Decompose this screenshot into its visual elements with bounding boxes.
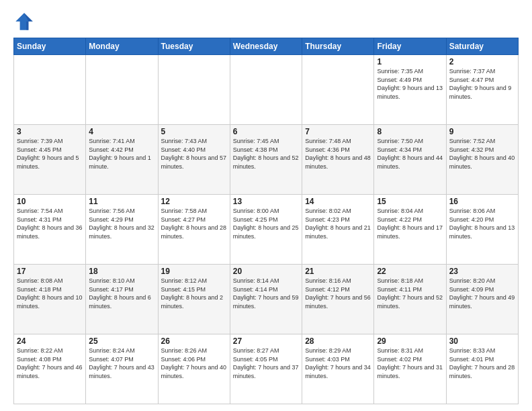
day-cell: 21Sunrise: 8:16 AM Sunset: 4:12 PM Dayli… xyxy=(302,265,374,334)
day-number: 2 xyxy=(449,57,515,66)
day-cell: 13Sunrise: 8:00 AM Sunset: 4:25 PM Dayli… xyxy=(230,195,302,265)
week-row-2: 3Sunrise: 7:39 AM Sunset: 4:45 PM Daylig… xyxy=(14,125,519,195)
day-info: Sunrise: 7:48 AM Sunset: 4:36 PM Dayligh… xyxy=(305,137,371,171)
day-info: Sunrise: 8:08 AM Sunset: 4:18 PM Dayligh… xyxy=(17,277,83,310)
weekday-header-monday: Monday xyxy=(86,38,158,55)
day-cell: 24Sunrise: 8:22 AM Sunset: 4:08 PM Dayli… xyxy=(14,334,86,404)
weekday-header-thursday: Thursday xyxy=(302,38,374,55)
week-row-5: 24Sunrise: 8:22 AM Sunset: 4:08 PM Dayli… xyxy=(14,334,519,404)
day-info: Sunrise: 8:02 AM Sunset: 4:23 PM Dayligh… xyxy=(305,207,371,240)
day-cell xyxy=(230,55,302,125)
day-cell: 14Sunrise: 8:02 AM Sunset: 4:23 PM Dayli… xyxy=(302,195,374,265)
day-info: Sunrise: 7:37 AM Sunset: 4:47 PM Dayligh… xyxy=(449,67,515,101)
day-number: 25 xyxy=(89,336,154,346)
day-cell: 6Sunrise: 7:45 AM Sunset: 4:38 PM Daylig… xyxy=(230,125,302,195)
day-info: Sunrise: 8:18 AM Sunset: 4:11 PM Dayligh… xyxy=(377,277,443,310)
day-info: Sunrise: 7:56 AM Sunset: 4:29 PM Dayligh… xyxy=(89,207,154,240)
day-info: Sunrise: 8:10 AM Sunset: 4:17 PM Dayligh… xyxy=(89,277,154,310)
day-cell: 26Sunrise: 8:26 AM Sunset: 4:06 PM Dayli… xyxy=(158,334,230,404)
day-number: 19 xyxy=(161,267,227,276)
week-row-3: 10Sunrise: 7:54 AM Sunset: 4:31 PM Dayli… xyxy=(14,195,519,265)
day-info: Sunrise: 8:22 AM Sunset: 4:08 PM Dayligh… xyxy=(17,347,83,380)
day-cell: 23Sunrise: 8:20 AM Sunset: 4:09 PM Dayli… xyxy=(446,265,518,334)
day-cell: 29Sunrise: 8:31 AM Sunset: 4:02 PM Dayli… xyxy=(374,334,446,404)
weekday-header-friday: Friday xyxy=(374,38,446,55)
day-info: Sunrise: 8:16 AM Sunset: 4:12 PM Dayligh… xyxy=(305,277,371,310)
day-number: 26 xyxy=(161,336,227,346)
day-cell: 2Sunrise: 7:37 AM Sunset: 4:47 PM Daylig… xyxy=(446,55,518,125)
day-cell: 27Sunrise: 8:27 AM Sunset: 4:05 PM Dayli… xyxy=(230,334,302,404)
day-info: Sunrise: 7:45 AM Sunset: 4:38 PM Dayligh… xyxy=(233,137,299,171)
day-info: Sunrise: 8:26 AM Sunset: 4:06 PM Dayligh… xyxy=(161,347,227,380)
day-number: 20 xyxy=(233,267,299,276)
day-number: 13 xyxy=(233,197,299,206)
day-cell: 20Sunrise: 8:14 AM Sunset: 4:14 PM Dayli… xyxy=(230,265,302,334)
day-cell: 22Sunrise: 8:18 AM Sunset: 4:11 PM Dayli… xyxy=(374,265,446,334)
day-info: Sunrise: 8:31 AM Sunset: 4:02 PM Dayligh… xyxy=(377,347,443,380)
day-info: Sunrise: 7:54 AM Sunset: 4:31 PM Dayligh… xyxy=(17,207,83,240)
day-info: Sunrise: 8:24 AM Sunset: 4:07 PM Dayligh… xyxy=(89,347,154,380)
day-cell: 10Sunrise: 7:54 AM Sunset: 4:31 PM Dayli… xyxy=(14,195,86,265)
calendar-header: SundayMondayTuesdayWednesdayThursdayFrid… xyxy=(14,38,519,55)
day-cell: 5Sunrise: 7:43 AM Sunset: 4:40 PM Daylig… xyxy=(158,125,230,195)
weekday-header-wednesday: Wednesday xyxy=(230,38,302,55)
day-number: 11 xyxy=(89,197,154,206)
day-cell xyxy=(14,55,86,125)
day-number: 10 xyxy=(17,197,83,206)
weekday-header-saturday: Saturday xyxy=(446,38,518,55)
calendar-body: 1Sunrise: 7:35 AM Sunset: 4:49 PM Daylig… xyxy=(14,55,519,404)
day-cell: 11Sunrise: 7:56 AM Sunset: 4:29 PM Dayli… xyxy=(86,195,158,265)
day-cell: 3Sunrise: 7:39 AM Sunset: 4:45 PM Daylig… xyxy=(14,125,86,195)
day-cell: 18Sunrise: 8:10 AM Sunset: 4:17 PM Dayli… xyxy=(86,265,158,334)
day-cell: 9Sunrise: 7:52 AM Sunset: 4:32 PM Daylig… xyxy=(446,125,518,195)
day-info: Sunrise: 8:12 AM Sunset: 4:15 PM Dayligh… xyxy=(161,277,227,310)
day-info: Sunrise: 8:14 AM Sunset: 4:14 PM Dayligh… xyxy=(233,277,299,310)
day-info: Sunrise: 7:35 AM Sunset: 4:49 PM Dayligh… xyxy=(377,67,443,101)
day-number: 21 xyxy=(305,267,371,276)
day-info: Sunrise: 8:33 AM Sunset: 4:01 PM Dayligh… xyxy=(449,347,515,380)
week-row-4: 17Sunrise: 8:08 AM Sunset: 4:18 PM Dayli… xyxy=(14,265,519,334)
day-number: 5 xyxy=(161,127,227,136)
day-cell: 30Sunrise: 8:33 AM Sunset: 4:01 PM Dayli… xyxy=(446,334,518,404)
day-cell: 16Sunrise: 8:06 AM Sunset: 4:20 PM Dayli… xyxy=(446,195,518,265)
day-cell: 17Sunrise: 8:08 AM Sunset: 4:18 PM Dayli… xyxy=(14,265,86,334)
logo-icon xyxy=(13,11,35,32)
weekday-header-tuesday: Tuesday xyxy=(158,38,230,55)
day-cell: 4Sunrise: 7:41 AM Sunset: 4:42 PM Daylig… xyxy=(86,125,158,195)
week-row-1: 1Sunrise: 7:35 AM Sunset: 4:49 PM Daylig… xyxy=(14,55,519,125)
day-info: Sunrise: 7:43 AM Sunset: 4:40 PM Dayligh… xyxy=(161,137,227,171)
day-cell xyxy=(302,55,374,125)
day-number: 3 xyxy=(17,127,83,136)
day-cell xyxy=(158,55,230,125)
day-number: 7 xyxy=(305,127,371,136)
day-number: 15 xyxy=(377,197,443,206)
day-cell xyxy=(86,55,158,125)
day-number: 24 xyxy=(17,336,83,346)
day-number: 30 xyxy=(449,336,515,346)
day-cell: 8Sunrise: 7:50 AM Sunset: 4:34 PM Daylig… xyxy=(374,125,446,195)
day-number: 28 xyxy=(305,336,371,346)
weekday-row: SundayMondayTuesdayWednesdayThursdayFrid… xyxy=(14,38,519,55)
day-cell: 12Sunrise: 7:58 AM Sunset: 4:27 PM Dayli… xyxy=(158,195,230,265)
day-info: Sunrise: 8:29 AM Sunset: 4:03 PM Dayligh… xyxy=(305,347,371,380)
day-cell: 15Sunrise: 8:04 AM Sunset: 4:22 PM Dayli… xyxy=(374,195,446,265)
day-number: 6 xyxy=(233,127,299,136)
day-info: Sunrise: 7:50 AM Sunset: 4:34 PM Dayligh… xyxy=(377,137,443,171)
day-number: 18 xyxy=(89,267,154,276)
day-info: Sunrise: 8:00 AM Sunset: 4:25 PM Dayligh… xyxy=(233,207,299,240)
day-number: 8 xyxy=(377,127,443,136)
day-cell: 19Sunrise: 8:12 AM Sunset: 4:15 PM Dayli… xyxy=(158,265,230,334)
day-info: Sunrise: 8:06 AM Sunset: 4:20 PM Dayligh… xyxy=(449,207,515,240)
day-info: Sunrise: 7:58 AM Sunset: 4:27 PM Dayligh… xyxy=(161,207,227,240)
day-number: 1 xyxy=(377,57,443,66)
calendar-table: SundayMondayTuesdayWednesdayThursdayFrid… xyxy=(13,38,519,404)
day-number: 27 xyxy=(233,336,299,346)
day-number: 14 xyxy=(305,197,371,206)
day-info: Sunrise: 7:41 AM Sunset: 4:42 PM Dayligh… xyxy=(89,137,154,171)
day-number: 12 xyxy=(161,197,227,206)
day-number: 4 xyxy=(89,127,154,136)
weekday-header-sunday: Sunday xyxy=(14,38,86,55)
day-number: 23 xyxy=(449,267,515,276)
day-number: 29 xyxy=(377,336,443,346)
day-number: 17 xyxy=(17,267,83,276)
